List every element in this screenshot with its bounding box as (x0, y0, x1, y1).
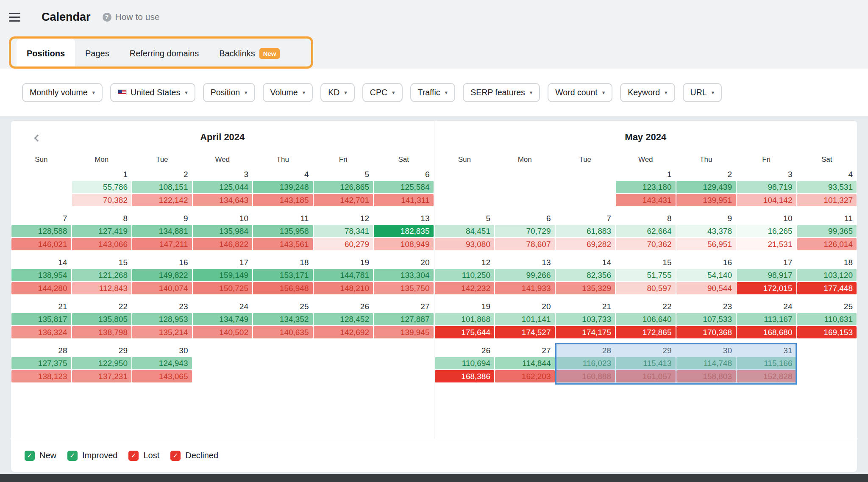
checkbox-declined[interactable]: ✓ (170, 451, 181, 461)
day-cell[interactable]: 14138,954144,280 (11, 256, 72, 294)
tab-label: Positions (27, 49, 65, 58)
lost-value-bar: 158,803 (676, 370, 736, 382)
window-bottom-bar (0, 474, 868, 482)
day-cell[interactable]: 1551,75580,597 (615, 256, 676, 294)
day-cell[interactable]: 3125,044134,643 (192, 168, 253, 206)
day-cell[interactable]: 28116,023160,888 (555, 344, 616, 382)
day-cell[interactable]: 13182,835108,949 (373, 212, 434, 250)
weeks: 1123,180143,4312129,439139,951398,719104… (434, 168, 857, 388)
day-cell[interactable]: 670,72978,607 (495, 212, 555, 250)
day-cell[interactable]: 28127,375138,123 (11, 344, 72, 382)
filter-country[interactable]: United States▾ (110, 83, 195, 102)
day-cell[interactable]: 15121,268112,843 (72, 256, 132, 294)
filter-kd[interactable]: KD▾ (320, 83, 355, 102)
day-cell[interactable]: 17159,149150,725 (192, 256, 253, 294)
day-cell[interactable]: 18153,171156,948 (253, 256, 313, 294)
how-to-use-link[interactable]: ? How to use (103, 12, 160, 22)
filter-label: United States (131, 88, 180, 97)
day-cell[interactable]: 398,719104,142 (736, 168, 797, 206)
day-cell[interactable]: 943,37856,951 (676, 212, 737, 250)
day-cell[interactable]: 29122,950137,231 (72, 344, 132, 382)
day-cell[interactable]: 11135,958143,561 (253, 212, 313, 250)
day-cell[interactable]: 7128,588146,021 (11, 212, 72, 250)
day-cell[interactable]: 8127,419143,066 (72, 212, 132, 250)
day-cell[interactable]: 1482,356135,329 (555, 256, 616, 294)
day-cell[interactable]: 1399,266141,933 (495, 256, 555, 294)
day-cell[interactable]: 29115,413161,057 (615, 344, 676, 382)
gained-value-bar: 116,023 (556, 357, 615, 369)
filter-serp-features[interactable]: SERP features▾ (463, 83, 540, 102)
day-cell[interactable]: 20133,304135,750 (373, 256, 434, 294)
day-cell[interactable]: 1123,180143,431 (615, 168, 676, 206)
day-cell[interactable]: 19144,781148,210 (313, 256, 374, 294)
checkbox-new[interactable]: ✓ (25, 451, 35, 461)
filter-url[interactable]: URL▾ (683, 83, 722, 102)
lost-value-bar: 140,074 (132, 282, 192, 294)
day-cell[interactable]: 2108,151122,142 (132, 168, 192, 206)
day-cell[interactable]: 5126,865142,701 (313, 168, 374, 206)
lost-value-bar: 134,643 (193, 194, 253, 206)
day-cell[interactable]: 27127,887139,945 (373, 300, 434, 338)
gained-value-bar: 110,694 (435, 357, 495, 369)
day-cell[interactable]: 6125,584141,311 (373, 168, 434, 206)
tab-referring-domains[interactable]: Referring domains (120, 38, 209, 69)
day-cell[interactable]: 1798,917172,015 (736, 256, 797, 294)
day-cell[interactable]: 30124,943143,065 (132, 344, 192, 382)
prev-month-button[interactable] (32, 133, 43, 144)
gained-value-bar: 182,835 (374, 225, 434, 237)
lost-value-bar: 70,382 (72, 194, 132, 206)
day-cell[interactable]: 22135,805138,798 (72, 300, 132, 338)
day-cell[interactable]: 12110,250142,232 (434, 256, 495, 294)
day-cell[interactable]: 1016,26521,531 (736, 212, 797, 250)
filter-word-count[interactable]: Word count▾ (548, 83, 612, 102)
day-cell[interactable]: 18103,120177,448 (797, 256, 857, 294)
day-cell[interactable]: 1654,14090,544 (676, 256, 737, 294)
tab-pages[interactable]: Pages (75, 38, 120, 69)
day-cell[interactable]: 23107,533170,368 (676, 300, 737, 338)
day-cell[interactable]: 16149,822140,074 (132, 256, 192, 294)
day-cell[interactable]: 21135,817136,324 (11, 300, 72, 338)
day-cell[interactable]: 493,531101,327 (797, 168, 857, 206)
day-cell[interactable]: 862,66470,362 (615, 212, 676, 250)
day-cell[interactable]: 24113,167168,680 (736, 300, 797, 338)
day-number: 20 (495, 300, 555, 313)
day-cell[interactable]: 26110,694168,386 (434, 344, 495, 382)
day-cell[interactable]: 20101,141174,527 (495, 300, 555, 338)
day-cell[interactable]: 26128,452142,692 (313, 300, 374, 338)
day-cell[interactable]: 1278,34160,279 (313, 212, 374, 250)
day-of-week-label: Mon (495, 154, 555, 166)
filter-position[interactable]: Position▾ (203, 83, 255, 102)
filter-monthly-volume[interactable]: Monthly volume▾ (22, 83, 103, 102)
filter-traffic[interactable]: Traffic▾ (410, 83, 456, 102)
day-cell[interactable]: 9134,881147,211 (132, 212, 192, 250)
day-cell[interactable]: 23128,953135,214 (132, 300, 192, 338)
day-cell[interactable]: 4139,248143,185 (253, 168, 313, 206)
day-number: 19 (434, 300, 495, 313)
filter-cpc[interactable]: CPC▾ (362, 83, 403, 102)
day-cell[interactable]: 584,45193,080 (434, 212, 495, 250)
day-cell[interactable]: 30114,748158,803 (676, 344, 737, 382)
hamburger-menu-icon[interactable] (9, 13, 20, 22)
checkbox-lost[interactable]: ✓ (128, 451, 139, 461)
filter-volume[interactable]: Volume▾ (263, 83, 313, 102)
day-cell[interactable]: 24134,749140,502 (192, 300, 253, 338)
tab-positions[interactable]: Positions (17, 38, 75, 69)
day-cell[interactable]: 25110,631169,153 (797, 300, 857, 338)
filter-keyword[interactable]: Keyword▾ (620, 83, 675, 102)
day-cell[interactable]: 21103,733174,175 (555, 300, 616, 338)
day-cell[interactable]: 761,88369,282 (555, 212, 616, 250)
day-cell[interactable]: 1199,365126,014 (797, 212, 857, 250)
filter-label: Volume (270, 88, 298, 97)
day-cell[interactable]: 25134,352140,635 (253, 300, 313, 338)
day-cell[interactable]: 10135,984146,822 (192, 212, 253, 250)
day-cell[interactable]: 2129,439139,951 (676, 168, 737, 206)
empty-day-cell (555, 168, 616, 206)
day-cell[interactable]: 19101,868175,644 (434, 300, 495, 338)
day-cell[interactable]: 31115,166152,828 (736, 344, 797, 382)
day-cell[interactable]: 22106,640172,865 (615, 300, 676, 338)
day-cell[interactable]: 27114,844162,203 (495, 344, 555, 382)
day-cell[interactable]: 155,78670,382 (72, 168, 132, 206)
tab-backlinks[interactable]: BacklinksNew (209, 38, 290, 69)
checkbox-improved[interactable]: ✓ (67, 451, 78, 461)
filter-label: Word count (555, 88, 597, 97)
